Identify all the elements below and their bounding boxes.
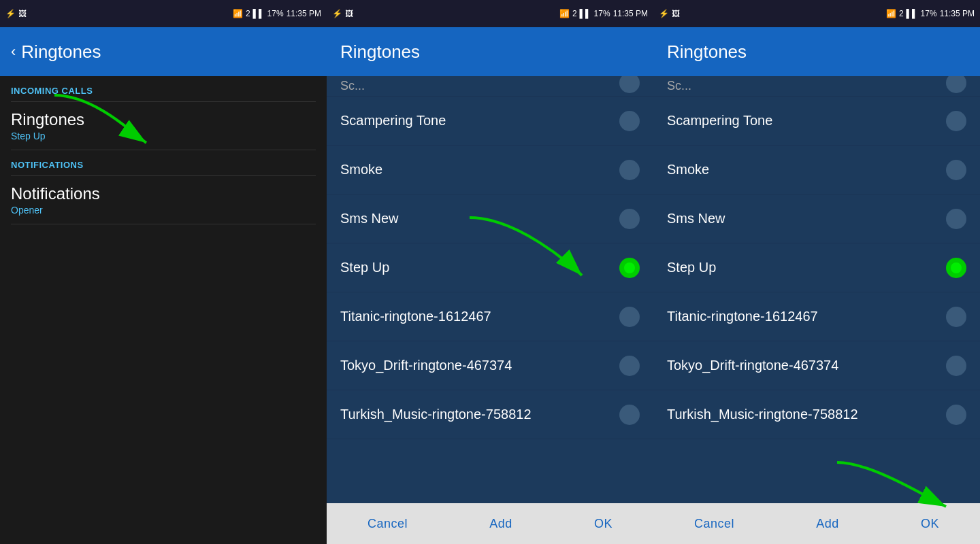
battery-level-3: 17% xyxy=(921,9,937,18)
list-item-smsnew-2[interactable]: Sms New xyxy=(653,194,980,243)
status-bar-1: ⚡ 🖼 📶 2 ▌▌ 17% 11:35 PM xyxy=(0,0,327,27)
radio-scampering[interactable] xyxy=(619,111,640,131)
ringtone-list-1: Sc... Scampering Tone Smoke Sms New Step… xyxy=(327,76,653,503)
section-notifications: NOTIFICATIONS xyxy=(0,150,327,175)
list-item-tokyo-2[interactable]: Tokyo_Drift-ringtone-467374 xyxy=(653,341,980,390)
section-incoming-calls: INCOMING CALLS xyxy=(0,76,327,101)
partial-name: Sc... xyxy=(340,79,365,93)
panel-ringtones-1: ⚡ 🖼 📶 2 ▌▌ 17% 11:35 PM Ringtones Sc... … xyxy=(327,0,653,544)
radio-smoke-2[interactable] xyxy=(946,160,966,180)
signal-icon-2: ▌▌ xyxy=(580,9,591,18)
item-name-smsnew: Sms New xyxy=(340,211,399,226)
item-name-smoke: Smoke xyxy=(340,162,382,177)
list-item-titanic[interactable]: Titanic-ringtone-1612467 xyxy=(327,292,653,341)
radio-turkish[interactable] xyxy=(619,405,640,425)
radio-smsnew-2[interactable] xyxy=(946,209,966,229)
panel-settings: ⚡ 🖼 📶 2 ▌▌ 17% 11:35 PM ‹ Ringtones INCO… xyxy=(0,0,327,544)
back-button[interactable]: ‹ xyxy=(11,43,16,61)
ringtone-list-2: Sc... Scampering Tone Smoke Sms New Step… xyxy=(653,76,980,503)
status-right-3: 📶 2 ▌▌ 17% 11:35 PM xyxy=(886,9,975,18)
radio-stepup-2[interactable] xyxy=(946,258,966,278)
list-item-smsnew[interactable]: Sms New xyxy=(327,194,653,243)
top-bar-2: Ringtones xyxy=(327,27,653,76)
partial-item-2: Sc... xyxy=(653,76,980,97)
divider-4 xyxy=(11,224,316,224)
partial-name-2: Sc... xyxy=(667,79,691,93)
list-item-scampering-2[interactable]: Scampering Tone xyxy=(653,97,980,146)
radio-tokyo-2[interactable] xyxy=(946,356,966,376)
wifi-icon-3: 📶 xyxy=(886,9,896,18)
radio-smoke[interactable] xyxy=(619,160,640,180)
panel-title-1: Ringtones xyxy=(21,41,101,63)
ok-button-1[interactable]: OK xyxy=(578,510,629,538)
radio-stepup[interactable] xyxy=(619,258,640,278)
status-left-3: ⚡ 🖼 xyxy=(659,9,680,18)
time-display: 11:35 PM xyxy=(287,9,321,18)
network-badge-3: 2 xyxy=(899,9,904,18)
top-bar-1: ‹ Ringtones xyxy=(0,27,327,76)
radio-titanic[interactable] xyxy=(619,307,640,327)
ringtones-title: Ringtones xyxy=(11,110,316,129)
status-bar-3: ⚡ 🖼 📶 2 ▌▌ 17% 11:35 PM xyxy=(653,0,980,27)
status-left-2: ⚡ 🖼 xyxy=(332,9,353,18)
radio-smsnew[interactable] xyxy=(619,209,640,229)
radio-scampering-2[interactable] xyxy=(946,111,966,131)
cancel-button-2[interactable]: Cancel xyxy=(678,510,751,538)
status-right-1: 📶 2 ▌▌ 17% 11:35 PM xyxy=(233,9,321,18)
item-name-stepup: Step Up xyxy=(340,260,389,275)
list-item-smoke[interactable]: Smoke xyxy=(327,146,653,194)
list-item-stepup[interactable]: Step Up xyxy=(327,243,653,292)
time-display-2: 11:35 PM xyxy=(613,9,648,18)
partial-radio-2 xyxy=(946,76,966,93)
item-name-turkish: Turkish_Music-ringtone-758812 xyxy=(340,407,532,422)
item-name-smoke-2: Smoke xyxy=(667,162,709,177)
notifications-title: Notifications xyxy=(11,184,316,203)
panel-title-2: Ringtones xyxy=(340,41,420,63)
item-name-scampering-2: Scampering Tone xyxy=(667,113,772,129)
radio-titanic-2[interactable] xyxy=(946,307,966,327)
add-button-1[interactable]: Add xyxy=(473,510,529,538)
network-badge: 2 xyxy=(246,9,250,18)
ringtones-setting-item[interactable]: Ringtones Step Up xyxy=(0,102,327,150)
image-icon: 🖼 xyxy=(18,9,27,18)
signal-icon-3: ▌▌ xyxy=(906,9,918,18)
list-item-smoke-2[interactable]: Smoke xyxy=(653,146,980,194)
item-name-titanic-2: Titanic-ringtone-1612467 xyxy=(667,309,818,324)
wifi-icon-2: 📶 xyxy=(559,9,570,18)
radio-turkish-2[interactable] xyxy=(946,405,966,425)
partial-item: Sc... xyxy=(327,76,653,97)
item-name-stepup-2: Step Up xyxy=(667,260,716,275)
add-button-2[interactable]: Add xyxy=(800,510,855,538)
item-name-turkish-2: Turkish_Music-ringtone-758812 xyxy=(667,407,858,422)
item-name-tokyo-2: Tokyo_Drift-ringtone-467374 xyxy=(667,358,838,373)
partial-radio xyxy=(619,76,640,93)
ok-button-2[interactable]: OK xyxy=(904,510,956,538)
notifications-subtitle: Opener xyxy=(11,205,316,216)
network-badge-2: 2 xyxy=(572,9,577,18)
list-item-turkish-2[interactable]: Turkish_Music-ringtone-758812 xyxy=(653,390,980,439)
status-bar-2: ⚡ 🖼 📶 2 ▌▌ 17% 11:35 PM xyxy=(327,0,653,27)
cancel-button-1[interactable]: Cancel xyxy=(351,510,424,538)
list-item-tokyo[interactable]: Tokyo_Drift-ringtone-467374 xyxy=(327,341,653,390)
item-name-titanic: Titanic-ringtone-1612467 xyxy=(340,309,491,324)
list-item-titanic-2[interactable]: Titanic-ringtone-1612467 xyxy=(653,292,980,341)
battery-level: 17% xyxy=(267,9,284,18)
list-item-stepup-2[interactable]: Step Up xyxy=(653,243,980,292)
notifications-setting-item[interactable]: Notifications Opener xyxy=(0,176,327,224)
ringtones-subtitle: Step Up xyxy=(11,131,316,141)
usb-icon: ⚡ xyxy=(5,9,16,18)
list-item-turkish[interactable]: Turkish_Music-ringtone-758812 xyxy=(327,390,653,439)
panel-ringtones-2: ⚡ 🖼 📶 2 ▌▌ 17% 11:35 PM Ringtones Sc... … xyxy=(653,0,980,544)
signal-icon: ▌▌ xyxy=(253,9,265,18)
top-bar-3: Ringtones xyxy=(653,27,980,76)
time-display-3: 11:35 PM xyxy=(940,9,975,18)
usb-icon-3: ⚡ xyxy=(659,9,669,18)
wifi-icon: 📶 xyxy=(233,9,243,18)
image-icon-2: 🖼 xyxy=(345,9,353,18)
panel-title-3: Ringtones xyxy=(667,41,747,63)
radio-tokyo[interactable] xyxy=(619,356,640,376)
item-name-tokyo: Tokyo_Drift-ringtone-467374 xyxy=(340,358,512,373)
item-name-scampering: Scampering Tone xyxy=(340,113,446,129)
list-item-scampering[interactable]: Scampering Tone xyxy=(327,97,653,146)
bottom-bar-2: Cancel Add OK xyxy=(653,503,980,544)
